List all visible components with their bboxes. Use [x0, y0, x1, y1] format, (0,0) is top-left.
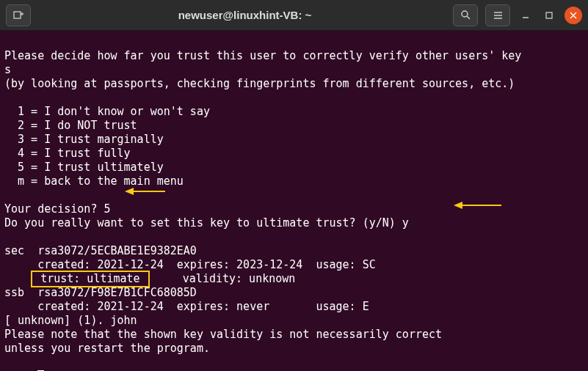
- unknown-line: [ unknown] (1). john: [4, 314, 137, 327]
- new-tab-button[interactable]: [6, 4, 31, 26]
- ssb-created-line: created: 2021-12-24 expires: never usage…: [4, 300, 389, 313]
- hamburger-icon: [493, 10, 504, 21]
- titlebar: newuser@linuxhint-VB: ~: [0, 0, 588, 31]
- minimize-button[interactable]: [518, 7, 534, 23]
- svg-marker-13: [125, 188, 134, 195]
- text-line: 5 = I trust ultimately: [4, 161, 164, 174]
- decision-line: Your decision? 5: [4, 202, 111, 216]
- new-tab-icon: [12, 10, 24, 21]
- maximize-button[interactable]: [541, 7, 557, 23]
- window-title: newuser@linuxhint-VB: ~: [37, 9, 453, 21]
- text-line: 4 = I trust fully: [4, 147, 131, 160]
- text-line: 2 = I do NOT trust: [4, 119, 137, 132]
- annotation-arrow-icon: [454, 199, 505, 211]
- titlebar-controls: [453, 4, 582, 26]
- annotation-arrow-icon: [125, 186, 169, 197]
- note-line: unless you restart the program.: [4, 342, 210, 355]
- svg-point-3: [462, 11, 468, 17]
- close-icon: [570, 12, 577, 19]
- ssb-line: ssb rsa3072/F98E7B1CFC68085D: [4, 286, 197, 299]
- svg-line-4: [467, 16, 470, 19]
- maximize-icon: [545, 11, 553, 20]
- text-line: 1 = I don't know or won't say: [4, 105, 210, 118]
- text-line: Please decide how far you trust this use…: [4, 49, 521, 62]
- text-line: 3 = I trust marginally: [4, 133, 164, 146]
- trust-highlight: trust: ultimate: [31, 271, 150, 287]
- note-line: Please note that the shown key validity …: [4, 328, 442, 341]
- confirm-line: Do you really want to set this key to ul…: [4, 216, 409, 229]
- text-line: (by looking at passports, checking finge…: [4, 77, 515, 90]
- trust-post: validity: unknown: [150, 272, 296, 285]
- svg-rect-0: [14, 12, 21, 18]
- sec-line: sec rsa3072/5ECBABE1E9382EA0: [4, 244, 197, 257]
- trust-pre: [4, 272, 31, 285]
- svg-marker-15: [454, 202, 462, 209]
- minimize-icon: [521, 11, 530, 20]
- svg-rect-9: [546, 12, 552, 18]
- sec-created-line: created: 2021-12-24 expires: 2023-12-24 …: [4, 258, 389, 271]
- menu-button[interactable]: [485, 4, 510, 26]
- terminal-content[interactable]: Please decide how far you trust this use…: [0, 31, 588, 371]
- close-button[interactable]: [565, 7, 582, 24]
- text-line: s: [4, 63, 11, 76]
- search-icon: [460, 10, 471, 21]
- search-button[interactable]: [453, 4, 478, 26]
